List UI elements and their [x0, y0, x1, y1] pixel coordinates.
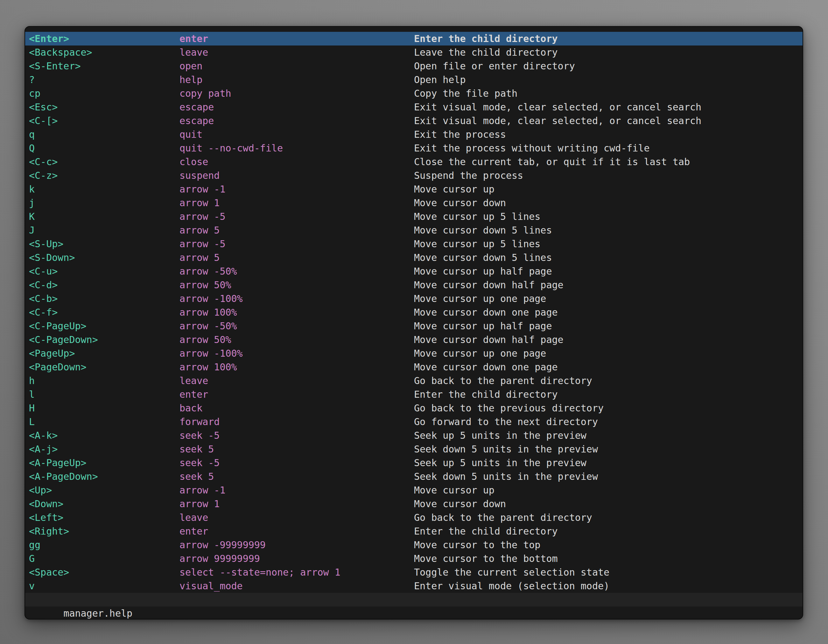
description-cell: Exit visual mode, clear selected, or can…	[414, 114, 800, 128]
keymap-row[interactable]: <C-d>arrow 50%Move cursor down half page	[25, 278, 803, 292]
description-cell: Go back to the previous directory	[414, 401, 800, 415]
key-cell: <Up>	[29, 483, 179, 497]
command-cell: arrow 99999999	[179, 552, 414, 566]
keymap-row[interactable]: <C-PageUp>arrow -50%Move cursor up half …	[25, 319, 803, 333]
command-cell: arrow -100%	[179, 292, 414, 306]
command-cell: arrow 5	[179, 223, 414, 237]
keymap-row[interactable]: <C-f>arrow 100%Move cursor down one page	[25, 306, 803, 319]
keymap-row-selected[interactable]: <Enter>enterEnter the child directory	[25, 32, 803, 45]
key-cell: <S-Down>	[29, 251, 179, 265]
command-cell: quit	[179, 128, 414, 141]
keymap-row[interactable]: Garrow 99999999Move cursor to the bottom	[25, 552, 803, 566]
keymap-row[interactable]: vvisual_modeEnter visual mode (selection…	[25, 579, 803, 593]
description-cell: Move cursor down one page	[414, 360, 800, 374]
keymap-row[interactable]: <A-PageUp>seek -5Seek up 5 units in the …	[25, 456, 803, 470]
keymap-row[interactable]: <Down>arrow 1Move cursor down	[25, 497, 803, 511]
description-cell: Go back to the parent directory	[414, 511, 800, 524]
key-cell: <C-u>	[29, 265, 179, 278]
command-cell: forward	[179, 415, 414, 429]
keymap-row[interactable]: hleaveGo back to the parent directory	[25, 374, 803, 387]
keymap-row[interactable]: lenterEnter the child directory	[25, 387, 803, 401]
command-cell: leave	[179, 45, 414, 59]
description-cell: Move cursor up 5 lines	[414, 210, 800, 223]
keymap-row[interactable]: <S-Up>arrow -5Move cursor up 5 lines	[25, 237, 803, 251]
keymap-row[interactable]: <C-c>closeClose the current tab, or quit…	[25, 155, 803, 169]
command-cell: suspend	[179, 169, 414, 182]
description-cell: Exit the process	[414, 128, 800, 141]
description-cell: Move cursor down	[414, 196, 800, 210]
description-cell: Suspend the process	[414, 169, 800, 182]
command-cell: escape	[179, 100, 414, 114]
key-cell: <Down>	[29, 497, 179, 511]
command-cell: leave	[179, 374, 414, 387]
key-cell: <C-c>	[29, 155, 179, 169]
keymap-row[interactable]: LforwardGo forward to the next directory	[25, 415, 803, 429]
keymap-row[interactable]: Jarrow 5Move cursor down 5 lines	[25, 223, 803, 237]
keymap-row[interactable]: Karrow -5Move cursor up 5 lines	[25, 210, 803, 223]
command-cell: quit --no-cwd-file	[179, 141, 414, 155]
description-cell: Move cursor up half page	[414, 319, 800, 333]
keymap-row[interactable]: <Right>enterEnter the child directory	[25, 524, 803, 538]
keymap-row[interactable]: <A-PageDown>seek 5Seek down 5 units in t…	[25, 470, 803, 483]
key-cell: <C-f>	[29, 306, 179, 319]
description-cell: Move cursor up half page	[414, 265, 800, 278]
command-cell: arrow 1	[179, 497, 414, 511]
keymap-row[interactable]: <A-j>seek 5Seek down 5 units in the prev…	[25, 442, 803, 456]
description-cell: Go back to the parent directory	[414, 374, 800, 387]
description-cell: Move cursor to the bottom	[414, 552, 800, 566]
help-keymap-list: <Enter>enterEnter the child directory<Ba…	[25, 27, 803, 593]
key-cell: Q	[29, 141, 179, 155]
keymap-row[interactable]: <Backspace>leaveLeave the child director…	[25, 45, 803, 59]
keymap-row[interactable]: <Left>leaveGo back to the parent directo…	[25, 511, 803, 524]
key-cell: <C-z>	[29, 169, 179, 182]
key-cell: k	[29, 182, 179, 196]
status-bar: manager.help	[25, 593, 803, 606]
key-cell: l	[29, 387, 179, 401]
command-cell: seek 5	[179, 470, 414, 483]
keymap-row[interactable]: Qquit --no-cwd-fileExit the process with…	[25, 141, 803, 155]
description-cell: Move cursor to the top	[414, 538, 800, 552]
keymap-row[interactable]: <Up>arrow -1Move cursor up	[25, 483, 803, 497]
keymap-row[interactable]: <C-z>suspendSuspend the process	[25, 169, 803, 182]
description-cell: Enter the child directory	[414, 524, 800, 538]
keymap-row[interactable]: <S-Enter>openOpen file or enter director…	[25, 59, 803, 73]
command-cell: visual_mode	[179, 579, 414, 593]
keymap-row[interactable]: jarrow 1Move cursor down	[25, 196, 803, 210]
command-cell: arrow -5	[179, 210, 414, 223]
keymap-row[interactable]: cpcopy pathCopy the file path	[25, 86, 803, 100]
key-cell: <A-k>	[29, 429, 179, 442]
keymap-row[interactable]: <S-Down>arrow 5Move cursor down 5 lines	[25, 251, 803, 265]
keymap-row[interactable]: <C-u>arrow -50%Move cursor up half page	[25, 265, 803, 278]
key-cell: <Esc>	[29, 100, 179, 114]
key-cell: <C-PageDown>	[29, 333, 179, 346]
keymap-row[interactable]: HbackGo back to the previous directory	[25, 401, 803, 415]
keymap-row[interactable]: <PageDown>arrow 100%Move cursor down one…	[25, 360, 803, 374]
key-cell: <S-Enter>	[29, 59, 179, 73]
keymap-row[interactable]: <C-b>arrow -100%Move cursor up one page	[25, 292, 803, 306]
keymap-row[interactable]: <Esc>escapeExit visual mode, clear selec…	[25, 100, 803, 114]
keymap-row[interactable]: <PageUp>arrow -100%Move cursor up one pa…	[25, 346, 803, 360]
command-cell: arrow -50%	[179, 319, 414, 333]
key-cell: <C-[>	[29, 114, 179, 128]
description-cell: Seek up 5 units in the preview	[414, 429, 800, 442]
keymap-row[interactable]: <C-PageDown>arrow 50%Move cursor down ha…	[25, 333, 803, 346]
key-cell: <C-d>	[29, 278, 179, 292]
keymap-row[interactable]: ?helpOpen help	[25, 73, 803, 86]
keymap-row[interactable]: ggarrow -99999999Move cursor to the top	[25, 538, 803, 552]
command-cell: help	[179, 73, 414, 86]
key-cell: <C-b>	[29, 292, 179, 306]
key-cell: h	[29, 374, 179, 387]
keymap-row[interactable]: <C-[>escapeExit visual mode, clear selec…	[25, 114, 803, 128]
key-cell: <Backspace>	[29, 45, 179, 59]
keymap-row[interactable]: <A-k>seek -5Seek up 5 units in the previ…	[25, 429, 803, 442]
key-cell: <S-Up>	[29, 237, 179, 251]
key-cell: <A-j>	[29, 442, 179, 456]
command-cell: enter	[179, 387, 414, 401]
keymap-row[interactable]: qquitExit the process	[25, 128, 803, 141]
description-cell: Move cursor up	[414, 182, 800, 196]
keymap-row[interactable]: karrow -1Move cursor up	[25, 182, 803, 196]
description-cell: Exit visual mode, clear selected, or can…	[414, 100, 800, 114]
command-cell: arrow 1	[179, 196, 414, 210]
keymap-row[interactable]: <Space>select --state=none; arrow 1Toggl…	[25, 566, 803, 579]
description-cell: Move cursor down half page	[414, 278, 800, 292]
